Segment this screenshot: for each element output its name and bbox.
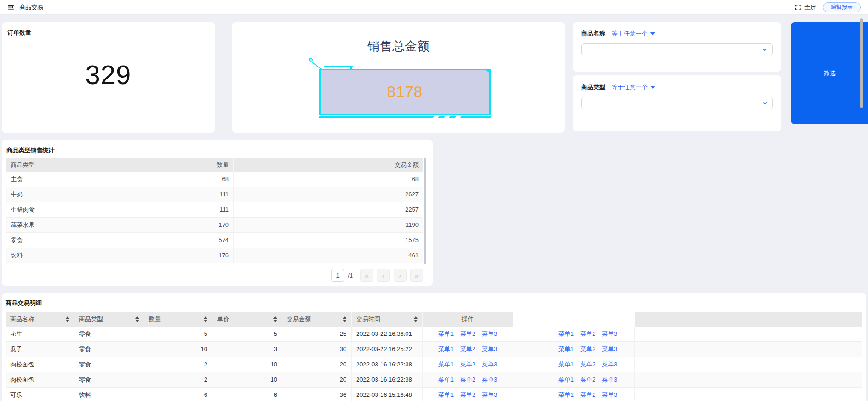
action-cell: 菜单1菜单2菜单3	[423, 372, 513, 388]
sort-icon[interactable]	[343, 316, 346, 322]
table-row[interactable]: 生鲜肉食1112257	[6, 202, 423, 218]
fullscreen-button[interactable]: 全屏	[795, 3, 816, 12]
sort-down-icon	[204, 320, 207, 322]
cell-product-name: 花生	[6, 327, 74, 342]
detail-column-header-inner: 商品名称	[10, 315, 69, 323]
sort-icon[interactable]	[66, 316, 69, 322]
detail-column-header-inner: 交易时间	[356, 315, 418, 323]
action-link[interactable]: 菜单2	[580, 357, 595, 372]
last-page-button[interactable]: »	[410, 269, 423, 282]
stats-cell-type: 牛奶	[6, 187, 135, 202]
product-name-select[interactable]	[581, 43, 773, 55]
table-row[interactable]: 肉松面包零食210202022-03-16 16:22:38菜单1菜单2菜单3菜…	[6, 357, 862, 372]
chevron-down-icon	[762, 47, 768, 53]
detail-column-header[interactable]: 单价	[212, 312, 282, 327]
action-link[interactable]: 菜单1	[438, 342, 454, 357]
table-row[interactable]: 肉松面包零食210202022-03-16 16:22:38菜单1菜单2菜单3菜…	[6, 372, 862, 388]
product-type-select[interactable]	[581, 97, 773, 109]
menu-fold-icon[interactable]	[7, 3, 15, 11]
pagination: 1 /1 « ‹ › »	[331, 269, 423, 282]
filter-operator-dropdown[interactable]: 等于任意一个	[612, 30, 655, 38]
action-link[interactable]: 菜单2	[580, 327, 595, 341]
sort-down-icon	[343, 320, 346, 322]
detail-column-header[interactable]: 数量	[144, 312, 212, 327]
detail-column-header[interactable]: 交易时间	[352, 312, 423, 327]
action-link[interactable]: 菜单2	[580, 388, 595, 401]
header-spacer	[513, 312, 541, 327]
table-row[interactable]: 瓜子零食103302022-03-22 16:25:22菜单1菜单2菜单3菜单1…	[6, 342, 862, 357]
detail-table-body: 花生零食55252022-03-22 16:36:01菜单1菜单2菜单3菜单1菜…	[6, 327, 862, 401]
detail-column-header[interactable]: 商品类型	[74, 312, 144, 327]
neon-bottom-bar	[319, 116, 491, 118]
detail-column-header[interactable]: 交易金额	[282, 312, 352, 327]
prev-page-button[interactable]: ‹	[377, 269, 390, 282]
detail-column-label: 商品名称	[10, 315, 34, 323]
action-link[interactable]: 菜单3	[602, 388, 617, 401]
first-page-button[interactable]: «	[360, 269, 373, 282]
action-link[interactable]: 菜单3	[602, 372, 617, 387]
action-link[interactable]: 菜单1	[558, 342, 574, 357]
action-link[interactable]: 菜单1	[438, 388, 454, 401]
table-row[interactable]: 可乐饮料66362022-03-16 15:16:48菜单1菜单2菜单3菜单1菜…	[6, 388, 862, 401]
filler-cell	[635, 327, 862, 342]
action-link[interactable]: 菜单2	[580, 342, 595, 357]
next-page-button[interactable]: ›	[394, 269, 407, 282]
table-row[interactable]: 主食6868	[6, 172, 423, 187]
cell-product-type: 零食	[74, 342, 144, 357]
action-link[interactable]: 菜单3	[602, 357, 617, 372]
action-link[interactable]: 菜单3	[482, 327, 497, 341]
table-row[interactable]: 花生零食55252022-03-22 16:36:01菜单1菜单2菜单3菜单1菜…	[6, 327, 862, 342]
cell-quantity: 2	[144, 372, 212, 388]
edit-report-button[interactable]: 编辑报表	[823, 2, 861, 12]
cell-time: 2022-03-16 16:22:38	[352, 372, 423, 388]
table-row[interactable]: 零食5741575	[6, 233, 423, 248]
stats-table-scrollbar[interactable]	[424, 158, 426, 264]
detail-column-label: 数量	[149, 315, 161, 323]
action-link[interactable]: 菜单1	[558, 327, 574, 341]
sort-icon[interactable]	[204, 316, 207, 322]
detail-table-card: 商品交易明细 商品名称商品类型数量单价交易金额交易时间操作 花生零食552520…	[2, 293, 866, 401]
cell-unit-price: 6	[212, 388, 282, 401]
action-link[interactable]: 菜单2	[460, 327, 475, 341]
sort-icon[interactable]	[135, 316, 139, 322]
action-link[interactable]: 菜单3	[602, 342, 617, 357]
action-link[interactable]: 菜单3	[482, 357, 497, 372]
table-row[interactable]: 饮料176461	[6, 248, 423, 263]
sort-icon[interactable]	[273, 316, 277, 322]
filter-submit-button[interactable]: 筛选	[791, 22, 868, 124]
sort-down-icon	[135, 320, 139, 322]
action-link[interactable]: 菜单3	[482, 372, 497, 387]
neon-line-decoration	[312, 62, 322, 70]
action-link[interactable]: 菜单1	[558, 388, 574, 401]
action-link[interactable]: 菜单2	[580, 372, 595, 387]
action-link[interactable]: 菜单1	[558, 357, 574, 372]
action-link[interactable]: 菜单1	[558, 372, 574, 387]
table-row[interactable]: 蔬菜水果1701190	[6, 218, 423, 233]
action-cell-secondary: 菜单1菜单2菜单3	[541, 357, 635, 372]
detail-table-title: 商品交易明细	[6, 299, 862, 307]
detail-table-scrollbar[interactable]	[860, 18, 863, 108]
cell-unit-price: 5	[212, 327, 282, 342]
action-link[interactable]: 菜单1	[438, 327, 454, 341]
action-link[interactable]: 菜单1	[438, 357, 454, 372]
current-page-box[interactable]: 1	[331, 269, 344, 282]
detail-column-header-inner: 商品类型	[79, 315, 139, 323]
table-row[interactable]: 牛奶1112627	[6, 187, 423, 202]
action-link[interactable]: 菜单2	[460, 372, 475, 387]
stats-cell-type: 零食	[6, 233, 135, 248]
filter-card-product-name: 商品名称 等于任意一个	[573, 22, 781, 72]
detail-column-header[interactable]: 商品名称	[6, 312, 74, 327]
sort-icon[interactable]	[414, 316, 418, 322]
action-link[interactable]: 菜单3	[482, 388, 497, 401]
sales-card-title: 销售总金额	[232, 38, 565, 55]
detail-table: 商品名称商品类型数量单价交易金额交易时间操作 花生零食55252022-03-2…	[6, 312, 862, 401]
action-link[interactable]: 菜单2	[460, 342, 475, 357]
filter-operator-dropdown[interactable]: 等于任意一个	[612, 83, 655, 91]
action-link[interactable]: 菜单3	[602, 327, 617, 341]
action-link[interactable]: 菜单3	[482, 342, 497, 357]
action-link[interactable]: 菜单1	[438, 372, 454, 387]
detail-column-label: 单价	[217, 315, 229, 323]
action-link[interactable]: 菜单2	[460, 357, 475, 372]
action-link[interactable]: 菜单2	[460, 388, 475, 401]
sort-up-icon	[343, 316, 346, 319]
